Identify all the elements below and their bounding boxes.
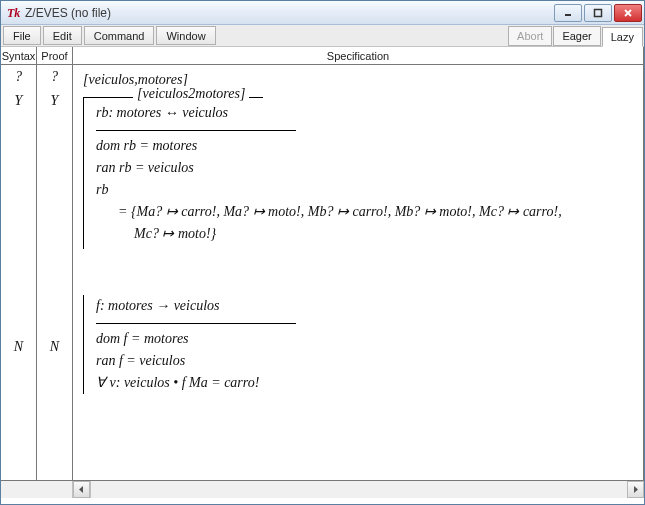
column-header-syntax: Syntax [1, 47, 37, 64]
axdef-pred: ran f = veiculos [96, 350, 633, 372]
window-buttons [554, 4, 642, 22]
axdef-pred: dom f = motores [96, 328, 633, 350]
schema-pred: Mc? ↦ moto!} [96, 223, 633, 245]
horizontal-scrollbar[interactable] [1, 481, 644, 498]
tab-eager[interactable]: Eager [553, 26, 600, 46]
app-icon: Tk [7, 6, 21, 20]
window-title: Z/EVES (no file) [25, 6, 554, 20]
scroll-left-button[interactable] [73, 481, 90, 498]
proof-mark: ? [37, 65, 72, 89]
schema-pred: dom rb = motores [96, 135, 633, 157]
axdef-pred: ∀ v: veiculos • f Ma = carro! [96, 372, 633, 394]
menu-edit[interactable]: Edit [43, 26, 82, 45]
schema-box: [veiculos2motores] [83, 97, 263, 98]
schema-pred: = {Ma? ↦ carro!, Ma? ↦ moto!, Mb? ↦ carr… [96, 201, 633, 223]
syntax-mark: ? [1, 65, 36, 89]
axdef-box: f: motores → veiculos dom f = motores ra… [83, 295, 633, 394]
content-area: ? Y N ? Y N [veiculos,motores] [veiculos… [1, 65, 644, 481]
menubar-spacer [216, 25, 509, 46]
spacer [83, 249, 633, 295]
window: Tk Z/EVES (no file) File Edit Command Wi… [0, 0, 645, 505]
schema-name: [veiculos2motores] [133, 86, 249, 102]
proof-mark: Y [37, 89, 72, 113]
bottom-border [1, 498, 644, 504]
menu-command[interactable]: Command [84, 26, 155, 45]
specification-pane[interactable]: [veiculos,motores] [veiculos2motores] rb… [73, 65, 644, 480]
svg-marker-4 [79, 486, 83, 493]
specification-text: [veiculos,motores] [veiculos2motores] rb… [73, 65, 643, 402]
syntax-mark: Y [1, 89, 36, 113]
axdef-divider [96, 323, 296, 324]
column-header-spec: Specification [73, 47, 644, 64]
schema-divider [96, 130, 296, 131]
menu-window[interactable]: Window [156, 26, 215, 45]
scroll-right-button[interactable] [627, 481, 644, 498]
tab-lazy[interactable]: Lazy [602, 27, 643, 47]
close-button[interactable] [614, 4, 642, 22]
spacer [1, 113, 36, 335]
tab-abort[interactable]: Abort [508, 26, 552, 46]
minimize-button[interactable] [554, 4, 582, 22]
column-header-proof: Proof [37, 47, 73, 64]
scroll-track[interactable] [90, 481, 627, 498]
scrollbar-pad [1, 481, 73, 498]
menubar: File Edit Command Window Abort Eager Laz… [1, 25, 644, 47]
schema-pred: rb [96, 179, 633, 201]
svg-marker-5 [634, 486, 638, 493]
column-header-row: Syntax Proof Specification [1, 47, 644, 65]
titlebar: Tk Z/EVES (no file) [1, 1, 644, 25]
schema-decl: rb: motores ↔ veiculos [96, 102, 633, 124]
spacer [37, 113, 72, 335]
syntax-mark: N [1, 335, 36, 359]
schema-pred: ran rb = veiculos [96, 157, 633, 179]
syntax-column: ? Y N [1, 65, 37, 480]
schema-body: rb: motores ↔ veiculos dom rb = motores … [83, 98, 633, 249]
proof-column: ? Y N [37, 65, 73, 480]
proof-mark: N [37, 335, 72, 359]
menu-file[interactable]: File [3, 26, 41, 45]
maximize-button[interactable] [584, 4, 612, 22]
axdef-decl: f: motores → veiculos [96, 295, 633, 317]
svg-rect-1 [595, 9, 602, 16]
